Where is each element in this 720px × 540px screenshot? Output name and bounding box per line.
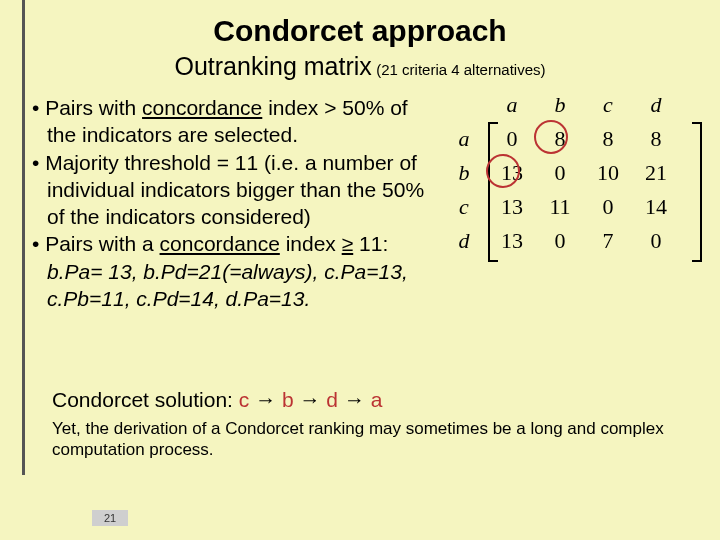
outranking-matrix: a b c d a 0 8 8 8 b 13 0 10 21 c 13 11 0… <box>440 88 698 258</box>
circle-highlight-2 <box>486 154 520 188</box>
row-b: b <box>440 156 488 190</box>
col-d: d <box>632 88 680 122</box>
bullet-list: Pairs with concordance index > 50% of th… <box>32 94 432 312</box>
cell-c-c: 0 <box>584 190 632 224</box>
cell-d-d: 0 <box>632 224 680 258</box>
arrow-1: → <box>255 388 282 411</box>
subtitle-wrap: Outranking matrix (21 criteria 4 alterna… <box>0 52 720 81</box>
col-b: b <box>536 88 584 122</box>
row-d: d <box>440 224 488 258</box>
sol-a: a <box>371 388 383 411</box>
matrix-bracket-right <box>688 122 702 262</box>
b3-num: 11: <box>353 232 388 255</box>
sol-b: b <box>282 388 294 411</box>
col-a: a <box>488 88 536 122</box>
slide-title: Condorcet approach <box>0 14 720 48</box>
cell-a-c: 8 <box>584 122 632 156</box>
row-a: a <box>440 122 488 156</box>
cell-d-b: 0 <box>536 224 584 258</box>
solution-line: Condorcet solution: c → b → d → a <box>52 388 382 412</box>
cell-d-c: 7 <box>584 224 632 258</box>
arrow-3: → <box>344 388 371 411</box>
cell-b-d: 21 <box>632 156 680 190</box>
caveat: Yet, the derivation of a Condorcet ranki… <box>52 418 692 461</box>
matrix-table: a b c d a 0 8 8 8 b 13 0 10 21 c 13 11 0… <box>440 88 680 258</box>
b3-pre: Pairs with a <box>45 232 159 255</box>
solution-label: Condorcet solution: <box>52 388 239 411</box>
sol-d: d <box>326 388 338 411</box>
b1-pre: Pairs with <box>45 96 142 119</box>
b3-mid: index <box>280 232 342 255</box>
b1-ul: concordance <box>142 96 262 119</box>
bullet-3: Pairs with a concordance index ≥ 11: b.P… <box>32 230 432 312</box>
sol-c: c <box>239 388 250 411</box>
cell-b-c: 10 <box>584 156 632 190</box>
bullet-1: Pairs with concordance index > 50% of th… <box>32 94 432 149</box>
bullet-2: Majority threshold = 11 (i.e. a number o… <box>32 149 432 231</box>
page-number: 21 <box>92 510 128 526</box>
b3-ul: concordance <box>160 232 280 255</box>
subtitle: Outranking matrix <box>175 52 372 80</box>
b3-ge: ≥ <box>342 232 354 255</box>
subtitle-note: (21 criteria 4 alternatives) <box>376 61 545 78</box>
matrix-bracket-left <box>488 122 502 262</box>
col-c: c <box>584 88 632 122</box>
cell-a-d: 8 <box>632 122 680 156</box>
b3-examples: b.Pa= 13, b.Pd=21(=always), c.Pa=13, c.P… <box>47 260 408 310</box>
cell-c-b: 11 <box>536 190 584 224</box>
row-c: c <box>440 190 488 224</box>
cell-c-d: 14 <box>632 190 680 224</box>
circle-highlight-1 <box>534 120 568 154</box>
cell-b-b: 0 <box>536 156 584 190</box>
arrow-2: → <box>300 388 327 411</box>
